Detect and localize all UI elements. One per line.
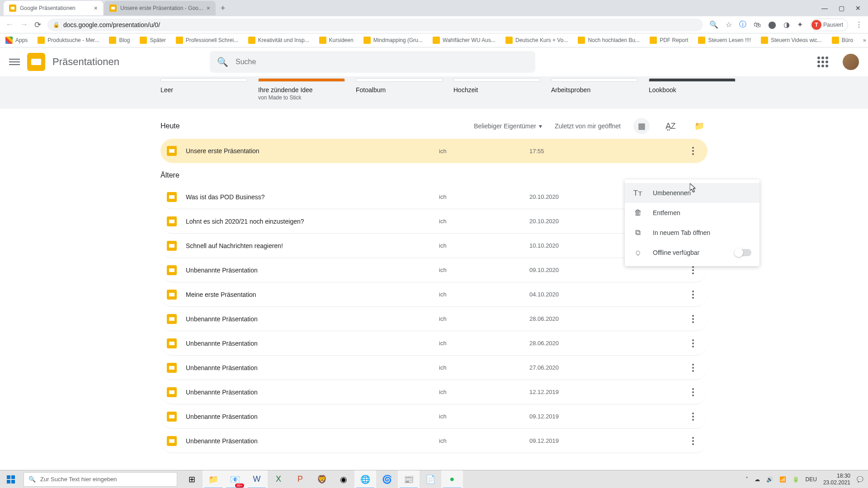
- clock[interactable]: 18:30 23.02.2021: [823, 473, 850, 486]
- bookmarks-overflow-icon[interactable]: »: [863, 37, 866, 43]
- slides-logo-icon[interactable]: [27, 53, 45, 71]
- grid-view-button[interactable]: ▦: [633, 118, 650, 134]
- menu-dots-icon[interactable]: ⋮: [855, 20, 863, 29]
- volume-icon[interactable]: 🔊: [766, 476, 773, 483]
- file-row[interactable]: Unsere erste Präsentation ich 17:55: [160, 139, 708, 163]
- reload-button[interactable]: ⟳: [34, 20, 41, 30]
- more-actions-button[interactable]: [685, 143, 701, 159]
- ctx-rename[interactable]: Tᴛ Umbenennen: [625, 183, 760, 203]
- language-indicator[interactable]: DEU: [806, 476, 817, 483]
- ext-1-icon[interactable]: ⬤: [768, 20, 776, 29]
- app-icon-2[interactable]: 📄: [420, 470, 441, 488]
- file-row[interactable]: Unbenannte Präsentation ich 09.12.2019: [160, 429, 708, 453]
- more-actions-button[interactable]: [685, 335, 701, 352]
- ctx-offline[interactable]: ⍜ Offline verfügbar: [625, 243, 760, 263]
- more-actions-button[interactable]: [685, 384, 701, 400]
- ext-2-icon[interactable]: ◑: [783, 20, 790, 29]
- taskbar-search[interactable]: 🔍 Zur Suche Text hier eingeben: [24, 472, 177, 487]
- search-box[interactable]: 🔍: [210, 51, 535, 73]
- bookmark-item[interactable]: Kreativität und Insp...: [248, 37, 309, 44]
- tab-inactive[interactable]: Unsere erste Präsentation - Goo... ×: [104, 1, 216, 15]
- bookmark-item[interactable]: Blog: [109, 37, 130, 44]
- tab-active[interactable]: Google Präsentationen ×: [4, 1, 103, 15]
- sort-az-button[interactable]: A͍Z: [662, 118, 679, 134]
- bookmark-item[interactable]: Noch hochladen Bu...: [578, 37, 640, 44]
- more-actions-button[interactable]: [685, 408, 701, 425]
- mail-icon[interactable]: 📧99+: [224, 470, 246, 488]
- powerpoint-icon[interactable]: P: [289, 470, 311, 488]
- close-icon[interactable]: ✕: [855, 5, 861, 12]
- cart-icon[interactable]: 🛍: [754, 21, 761, 29]
- extensions-icon[interactable]: ✦: [797, 20, 803, 29]
- wifi-icon[interactable]: 📶: [779, 476, 786, 483]
- app-icon-1[interactable]: 📰: [398, 470, 420, 488]
- more-actions-button[interactable]: [685, 311, 701, 327]
- spotify-icon[interactable]: ●: [441, 470, 463, 488]
- bookmark-item[interactable]: Professionell Schrei...: [176, 37, 238, 44]
- excel-icon[interactable]: X: [268, 470, 289, 488]
- bookmark-item[interactable]: PDF Report: [650, 37, 688, 44]
- owner-filter[interactable]: Beliebiger Eigentümer ▾: [474, 122, 542, 130]
- file-explorer-icon[interactable]: 📁: [203, 470, 224, 488]
- forward-button[interactable]: →: [20, 20, 28, 29]
- account-avatar[interactable]: [843, 54, 859, 70]
- tray-chevron-icon[interactable]: ˄: [745, 476, 748, 483]
- word-icon[interactable]: W: [246, 470, 268, 488]
- back-button[interactable]: ←: [5, 20, 14, 29]
- new-tab-button[interactable]: +: [217, 2, 229, 14]
- bookmark-item[interactable]: Produktsuche - Mer...: [38, 37, 99, 44]
- bookmark-star-icon[interactable]: ☆: [726, 20, 732, 29]
- start-button[interactable]: [0, 470, 22, 488]
- bookmark-item[interactable]: Kursideen: [319, 37, 354, 44]
- file-row[interactable]: Unbenannte Präsentation ich 28.06.2020: [160, 307, 708, 331]
- file-owner: ich: [439, 364, 529, 371]
- bookmark-item[interactable]: Wahlfächer WU Aus...: [433, 37, 495, 44]
- chrome-icon[interactable]: 🌐: [354, 470, 376, 488]
- offline-toggle[interactable]: [735, 249, 751, 256]
- onedrive-icon[interactable]: ☁: [755, 476, 760, 483]
- slides-file-icon: [167, 192, 177, 202]
- zoom-icon[interactable]: 🔍: [709, 20, 718, 29]
- ctx-remove[interactable]: 🗑 Entfernen: [625, 203, 760, 223]
- file-row[interactable]: Unbenannte Präsentation ich 09.12.2019: [160, 404, 708, 429]
- more-actions-button[interactable]: [685, 360, 701, 376]
- open-picker-button[interactable]: 📁: [691, 118, 708, 134]
- more-actions-button[interactable]: [685, 286, 701, 303]
- template-item[interactable]: Lookbook: [649, 78, 736, 101]
- reader-icon[interactable]: ⓘ: [739, 20, 746, 29]
- ctx-open-new-tab[interactable]: ⧉ In neuem Tab öffnen: [625, 223, 760, 243]
- template-item[interactable]: Arbeitsproben: [551, 78, 638, 101]
- tab-close-icon[interactable]: ×: [207, 5, 210, 12]
- google-apps-button[interactable]: [817, 56, 828, 67]
- maximize-icon[interactable]: ▢: [839, 5, 844, 12]
- file-row[interactable]: Unbenannte Präsentation ich 12.12.2019: [160, 380, 708, 404]
- minimize-icon[interactable]: —: [821, 5, 828, 12]
- search-input[interactable]: [236, 58, 528, 66]
- profile-chip[interactable]: T Pausiert: [810, 19, 848, 31]
- file-row[interactable]: Unbenannte Präsentation ich 28.06.2020: [160, 331, 708, 356]
- task-view-button[interactable]: ⊞: [181, 470, 203, 488]
- url-field[interactable]: 🔒 docs.google.com/presentation/u/0/: [47, 19, 703, 31]
- bookmark-item[interactable]: Deutsche Kurs + Vo...: [505, 37, 568, 44]
- template-blank[interactable]: Leer: [160, 78, 247, 101]
- notifications-icon[interactable]: 💬: [857, 476, 863, 483]
- bookmark-item[interactable]: Später: [140, 37, 165, 44]
- template-item[interactable]: Hochzeit: [453, 78, 540, 101]
- template-item[interactable]: Fotoalbum: [356, 78, 443, 101]
- battery-icon[interactable]: 🔋: [793, 476, 799, 483]
- bookmark-item[interactable]: Büro: [832, 37, 853, 44]
- sort-label[interactable]: Zuletzt von mir geöffnet: [555, 122, 621, 130]
- template-item[interactable]: Ihre zündende Ideevon Made to Stick: [258, 78, 345, 101]
- file-row[interactable]: Unbenannte Präsentation ich 27.06.2020: [160, 356, 708, 380]
- bookmark-item[interactable]: Steuern Lesen !!!!: [698, 37, 751, 44]
- brave-icon[interactable]: 🦁: [311, 470, 333, 488]
- main-menu-button[interactable]: [9, 57, 20, 67]
- more-actions-button[interactable]: [685, 433, 701, 449]
- apps-shortcut[interactable]: Apps: [5, 37, 28, 44]
- edge-icon[interactable]: 🌀: [376, 470, 398, 488]
- tab-close-icon[interactable]: ×: [94, 5, 98, 12]
- file-row[interactable]: Meine erste Präsentation ich 04.10.2020: [160, 282, 708, 307]
- obs-icon[interactable]: ◉: [333, 470, 354, 488]
- bookmark-item[interactable]: Steuern Videos wic...: [761, 37, 822, 44]
- bookmark-item[interactable]: Mindmapping (Gru...: [363, 37, 423, 44]
